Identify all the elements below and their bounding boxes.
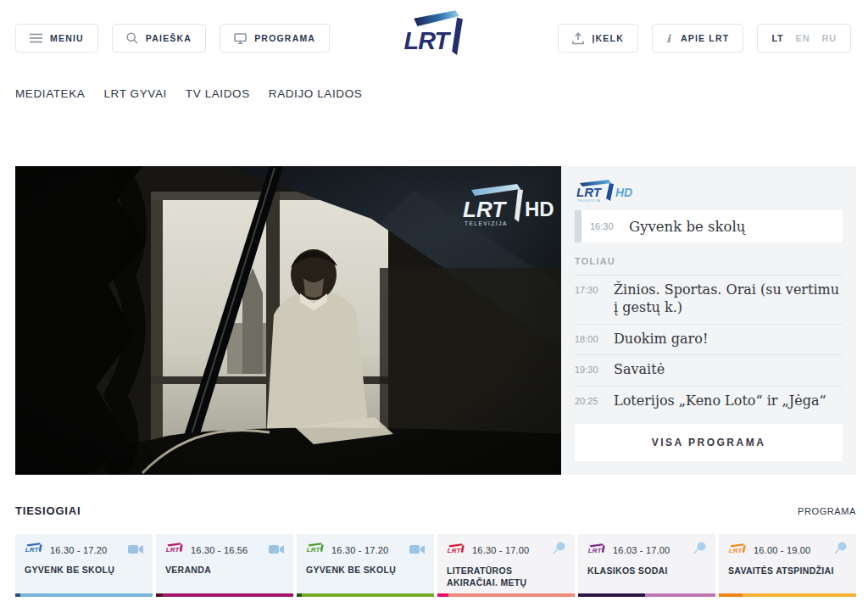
now-playing-row[interactable]: 16:30 Gyvenk be skolų — [575, 210, 843, 242]
card-progress-bar — [719, 593, 856, 597]
card-title: GYVENK BE SKOLŲ — [25, 564, 143, 576]
card-progress-bar — [156, 593, 293, 597]
upload-button-label: ĮKELK — [592, 33, 624, 43]
live-video-player[interactable]: LRT HD TELEVIZIJA — [15, 166, 561, 475]
schedule-row[interactable]: 17:30 Žinios. Sportas. Orai (su vertimu … — [575, 275, 843, 324]
card-title: SAVAITĖS ATSPINDŽIAI — [728, 565, 847, 576]
card-title: VERANDA — [165, 564, 284, 576]
upload-button[interactable]: ĮKELK — [558, 24, 638, 53]
schedule-title: Loterijos „Keno Loto“ ir „Jėga“ — [614, 393, 826, 410]
svg-text:LRT: LRT — [448, 547, 462, 554]
schedule-row[interactable]: 19:30 Savaitė — [575, 354, 843, 386]
camera-icon — [269, 543, 284, 558]
search-icon — [126, 32, 138, 44]
microphone-icon — [834, 542, 847, 559]
schedule-time: 19:30 — [575, 361, 614, 375]
hamburger-icon — [30, 33, 42, 43]
live-card[interactable]: LRT 16.03 - 17.00 KLASIKOS SODAI — [578, 534, 715, 597]
schedule-row[interactable]: 18:00 Duokim garo! — [575, 324, 843, 355]
program-button[interactable]: PROGRAMA — [220, 24, 330, 53]
schedule-time: 18:00 — [575, 331, 614, 344]
schedule-title: Duokim garo! — [614, 331, 708, 348]
card-progress-bar — [578, 593, 715, 597]
now-time: 16:30 — [590, 221, 629, 231]
card-time: 16.03 - 17.00 — [613, 545, 670, 555]
header-right-buttons: ĮKELK i APIE LRT LT EN RU — [558, 24, 851, 53]
microphone-icon — [693, 542, 706, 559]
live-section-heading: TIESIOGIAI — [15, 504, 81, 517]
program-button-label: PROGRAMA — [254, 33, 315, 43]
schedule-time: 20:25 — [575, 393, 614, 406]
schedule-list: 17:30 Žinios. Sportas. Orai (su vertimu … — [575, 275, 843, 417]
next-label: TOLIAU — [575, 256, 843, 266]
svg-text:LRT: LRT — [25, 546, 40, 554]
main-nav: MEDIATEKA LRT GYVAI TV LAIDOS RADIJO LAI… — [15, 87, 362, 100]
svg-text:TELEVIZIJA: TELEVIZIJA — [465, 220, 508, 226]
card-time: 16.00 - 19.00 — [754, 545, 810, 555]
now-progress-strip — [575, 210, 581, 242]
nav-radijo-laidos[interactable]: RADIJO LAIDOS — [269, 87, 363, 100]
live-card[interactable]: LRT 16.00 - 19.00 SAVAITĖS ATSPINDŽIAI — [719, 534, 856, 597]
channel-logo-lrt-hd: LRT HD TELEVIZIJA — [575, 178, 843, 203]
live-card[interactable]: LRT 16.30 - 17.20 GYVENK BE SKOLŲ — [297, 534, 434, 597]
camera-icon — [128, 543, 143, 558]
microphone-icon — [553, 542, 565, 559]
search-button[interactable]: PAIEŠKA — [112, 24, 206, 53]
svg-text:LRT: LRT — [588, 547, 603, 554]
live-card[interactable]: LRT 16.30 - 17.00 LITERATŪROS AKIRAČIAI.… — [437, 534, 575, 597]
nav-mediateka[interactable]: MEDIATEKA — [15, 87, 85, 100]
svg-text:i: i — [666, 32, 671, 44]
svg-text:LRT: LRT — [403, 27, 451, 54]
svg-text:TELEVIZIJA: TELEVIZIJA — [577, 199, 601, 203]
channel-mini-logo: LRT — [447, 543, 465, 559]
schedule-sidebar: LRT HD TELEVIZIJA 16:30 Gyvenk be skolų … — [561, 166, 856, 475]
lang-lt[interactable]: LT — [771, 33, 783, 43]
svg-text:HD: HD — [615, 186, 632, 199]
svg-text:LRT: LRT — [729, 547, 743, 554]
channel-mini-logo: LRT — [165, 542, 184, 558]
schedule-title: Savaitė — [614, 361, 665, 379]
svg-text:LRT: LRT — [166, 546, 181, 554]
about-button[interactable]: i APIE LRT — [652, 24, 743, 53]
card-progress-bar — [437, 593, 575, 597]
header-left-buttons: MENIU PAIEŠKA PROGRAMA — [15, 24, 330, 53]
svg-text:LRT: LRT — [463, 197, 507, 222]
card-title: GYVENK BE SKOLŲ — [306, 564, 425, 576]
schedule-row[interactable]: 20:25 Loterijos „Keno Loto“ ir „Jėga“ — [575, 386, 843, 417]
about-button-label: APIE LRT — [681, 33, 729, 43]
card-title: KLASIKOS SODAI — [587, 565, 706, 576]
card-time: 16.30 - 17.20 — [331, 545, 388, 555]
upload-icon — [572, 32, 584, 45]
card-title: LITERATŪROS AKIRAČIAI. METŲ KNYGOS RINKI… — [447, 565, 565, 589]
info-icon: i — [666, 32, 673, 44]
now-title: Gyvenk be skolų — [629, 219, 745, 235]
nav-lrt-gyvai[interactable]: LRT GYVAI — [103, 87, 166, 100]
svg-text:LRT: LRT — [307, 546, 321, 554]
monitor-icon — [234, 33, 247, 44]
card-time: 16.30 - 17.00 — [472, 545, 529, 555]
channel-mini-logo: LRT — [728, 543, 747, 559]
lang-en[interactable]: EN — [796, 33, 810, 43]
live-program-link[interactable]: PROGRAMA — [798, 506, 856, 516]
lrt-homepage: MENIU PAIEŠKA PROGRAMA LRT — [0, 0, 868, 607]
live-card[interactable]: LRT 16.30 - 17.20 GYVENK BE SKOLŲ — [15, 534, 153, 597]
svg-text:HD: HD — [525, 198, 554, 220]
menu-button[interactable]: MENIU — [15, 24, 98, 53]
live-card[interactable]: LRT 16.30 - 16.56 VERANDA — [156, 534, 293, 597]
card-progress-bar — [15, 593, 153, 597]
schedule-time: 17:30 — [575, 281, 614, 295]
schedule-title: Žinios. Sportas. Orai (su vertimu į gest… — [614, 281, 843, 317]
card-progress-bar — [297, 593, 434, 597]
channel-mini-logo: LRT — [587, 543, 606, 559]
channel-mini-logo: LRT — [25, 542, 43, 558]
camera-icon — [409, 543, 425, 558]
svg-text:LRT: LRT — [576, 185, 603, 199]
live-cards: LRT 16.30 - 17.20 GYVENK BE SKOLŲ LRT 16… — [15, 534, 856, 597]
card-time: 16.30 - 17.20 — [50, 545, 107, 555]
language-switcher: LT EN RU — [757, 24, 851, 53]
menu-button-label: MENIU — [50, 33, 84, 43]
lrt-logo[interactable]: LRT — [401, 4, 467, 70]
lang-ru[interactable]: RU — [822, 33, 837, 43]
full-program-button[interactable]: VISA PROGRAMA — [575, 424, 843, 461]
nav-tv-laidos[interactable]: TV LAIDOS — [186, 87, 250, 100]
